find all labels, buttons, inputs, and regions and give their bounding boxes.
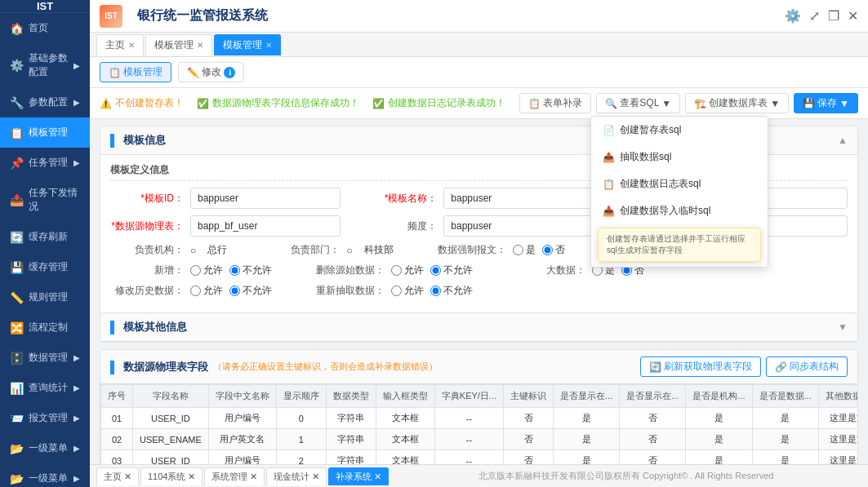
modify-deny-radio[interactable]: 不允许 [229, 284, 272, 298]
bottom-tabs: 主页 ✕ 1104系统 ✕ 系统管理 ✕ 现金统计 ✕ 补录系统 ✕ 北京版本新… [90, 464, 868, 487]
force-no-radio[interactable]: 否 [542, 243, 565, 257]
sidebar-item-cache-mgmt[interactable]: 💾 缓存管理 [0, 252, 90, 282]
save-btn[interactable]: 💾 保存 ▼ [794, 93, 858, 113]
create-db-table-btn[interactable]: 🏗️ 创建数据库表 ▼ [685, 93, 789, 113]
bottom-tab-sys-mgmt[interactable]: 系统管理 ✕ [204, 467, 265, 485]
template-name-input[interactable] [443, 188, 594, 209]
chevron-right-icon: ▶ [73, 98, 80, 107]
dropdown-import-sql[interactable]: 📥 创建数据导入临时sql [591, 197, 768, 224]
table-cell: 02 [101, 429, 133, 450]
sidebar-item-label: 缓存管理 [29, 260, 68, 274]
sidebar-item-data-mgmt[interactable]: 🗄️ 数据管理 ▶ [0, 343, 90, 373]
sync-structure-btn[interactable]: 🔗 同步表结构 [766, 356, 848, 377]
restore-icon[interactable]: ❐ [828, 8, 839, 24]
sidebar-item-rule-mgmt[interactable]: 📏 规则管理 [0, 282, 90, 312]
maximize-icon[interactable]: ⤢ [809, 8, 820, 24]
tab-label: 主页 [104, 471, 122, 483]
other-info-header[interactable]: ▌ 模板其他信息 ▼ [100, 312, 857, 342]
tab-close-icon[interactable]: ✕ [374, 472, 381, 482]
sidebar-item-menu2[interactable]: 📂 一级菜单 ▶ [0, 463, 90, 487]
sidebar-item-query-stats[interactable]: 📊 查询统计 ▶ [0, 373, 90, 403]
table-cell: USER_ID [133, 450, 209, 465]
delete-deny-radio[interactable]: 不允许 [430, 263, 473, 277]
org-icon: ○ [190, 245, 196, 256]
delete-allow-radio[interactable]: 允许 [391, 263, 424, 277]
dropdown-item-label: 创建暂存表sql [620, 123, 681, 137]
tab-template-mgmt-1[interactable]: 模板管理 ✕ [145, 34, 212, 55]
table-row[interactable]: 01USER_ID用户编号0字符串文本框--否是否是是这里是文字这里是文字这里是… [101, 408, 858, 429]
data-table-hint: （请务必正确设置主键标识，否则会造成补录数据错误） [213, 361, 438, 373]
dropdown-extract-sql[interactable]: 📤 抽取数据sql [591, 144, 768, 170]
force-yes-radio[interactable]: 是 [513, 243, 536, 257]
tab-label: 补录系统 [336, 471, 372, 483]
warn-icon: ⚠️ [100, 98, 112, 109]
tab-home[interactable]: 主页 ✕ [96, 34, 144, 55]
sidebar-item-home[interactable]: 🏠 首页 [0, 13, 90, 43]
template-id-label: *模板ID： [110, 192, 184, 206]
template-id-input[interactable] [190, 188, 341, 209]
dropdown-create-temp-sql[interactable]: 📄 创建暂存表sql [591, 117, 768, 144]
sidebar-item-task-mgmt[interactable]: 📌 任务管理 ▶ [0, 148, 90, 178]
data-source-input[interactable] [190, 215, 341, 237]
header-icons: ⚙️ ⤢ ❐ ✕ [785, 8, 858, 24]
table-cell: 03 [101, 450, 133, 465]
section-marker3: ▌ [110, 361, 118, 374]
col-other-1: 其他数据名称 [818, 385, 857, 408]
tab-close-icon[interactable]: ✕ [188, 472, 195, 482]
big-data-label: 大数据： [512, 263, 585, 277]
new-allow-radio[interactable]: 允许 [190, 263, 223, 277]
sidebar-item-task-issue[interactable]: 📤 任务下发情况 [0, 178, 90, 222]
chevron-right-icon: ▶ [73, 383, 80, 392]
dropdown-log-table-sql[interactable]: 📋 创建数据日志表sql [591, 170, 768, 197]
tab-close-icon[interactable]: ✕ [128, 41, 135, 50]
new-deny-radio[interactable]: 不允许 [229, 263, 272, 277]
re-fetch-deny-radio[interactable]: 不允许 [430, 284, 473, 298]
modify-allow-radio[interactable]: 允许 [190, 284, 223, 298]
bottom-tab-cash-stats[interactable]: 现金统计 ✕ [266, 467, 327, 485]
frequency-input[interactable] [443, 215, 594, 237]
table-row[interactable]: 02USER_ENAME用户英文名1字符串文本框--否是否是是这里是文字这里是文… [101, 429, 858, 450]
template-mgmt-toolbar-btn[interactable]: 📋 模板管理 [100, 62, 171, 82]
sidebar-item-report-mgmt[interactable]: 📨 报文管理 ▶ [0, 403, 90, 433]
tab-close-icon[interactable]: ✕ [265, 41, 272, 50]
refresh-fields-btn[interactable]: 🔄 刷新获取物理表字段 [640, 356, 761, 377]
btn-label: 查看SQL [620, 96, 659, 110]
tab-template-mgmt-2[interactable]: 模板管理 ✕ [214, 34, 281, 55]
col-field-cn: 字段中文名称 [208, 385, 276, 408]
home-icon: 🏠 [10, 22, 24, 35]
sidebar-item-basic-config[interactable]: ⚙️ 基础参数配置 ▶ [0, 43, 90, 87]
tab-close-icon[interactable]: ✕ [250, 472, 257, 482]
re-fetch-allow-radio[interactable]: 允许 [391, 284, 424, 298]
tab-close-icon[interactable]: ✕ [312, 472, 319, 482]
sidebar-item-flow-design[interactable]: 🔀 流程定制 [0, 312, 90, 343]
page-title: 银行统一监管报送系统 [137, 7, 268, 24]
status-badge: ℹ [224, 67, 235, 78]
bottom-tab-1104[interactable]: 1104系统 ✕ [140, 467, 203, 485]
close-icon[interactable]: ✕ [848, 8, 858, 24]
tab-close-icon[interactable]: ✕ [124, 472, 131, 482]
edit-toolbar-btn[interactable]: ✏️ 修改 ℹ [178, 62, 244, 82]
table-row[interactable]: 03USER_ID用户编号2字符串文本框--否是否是是这里是文字这里是文字这里是… [101, 450, 858, 465]
sidebar-item-label: 参数配置 [29, 95, 68, 109]
table-cell: 否 [620, 408, 686, 429]
data-table-container: 序号 字段名称 字段中文名称 显示顺序 数据类型 输入框类型 字典KEY/日..… [100, 384, 857, 464]
sidebar-item-label: 报文管理 [29, 411, 68, 425]
btn-label: 创建数据库表 [709, 96, 768, 110]
collapse-icon: ▲ [838, 135, 848, 146]
bottom-tab-home[interactable]: 主页 ✕ [96, 467, 139, 485]
data-table-title: 数据源物理表字段 [123, 360, 208, 374]
settings-icon[interactable]: ⚙️ [785, 8, 801, 24]
sidebar-item-cache-refresh[interactable]: 🔄 缓存刷新 [0, 222, 90, 252]
sidebar-item-param-config[interactable]: 🔧 参数配置 ▶ [0, 87, 90, 117]
sidebar-item-template-mgmt[interactable]: 📋 模板管理 [0, 117, 90, 148]
bottom-tab-supplement[interactable]: 补录系统 ✕ [328, 467, 389, 485]
sidebar-item-label: 模板管理 [29, 126, 68, 139]
form-supplement-btn[interactable]: 📋 表单补录 [519, 93, 591, 113]
copyright: 北京版本新融科技开发有限公司版权所有 Copyright©️ . All Rig… [479, 470, 773, 482]
folder-icon: 📂 [10, 472, 24, 485]
sidebar-item-label: 任务管理 [29, 156, 68, 170]
tab-close-icon[interactable]: ✕ [197, 41, 203, 50]
view-sql-btn[interactable]: 🔍 查看SQL ▼ [596, 93, 680, 113]
data-table-actions: 🔄 刷新获取物理表字段 🔗 同步表结构 [640, 356, 848, 377]
sidebar-item-menu1[interactable]: 📂 一级菜单 ▶ [0, 433, 90, 463]
